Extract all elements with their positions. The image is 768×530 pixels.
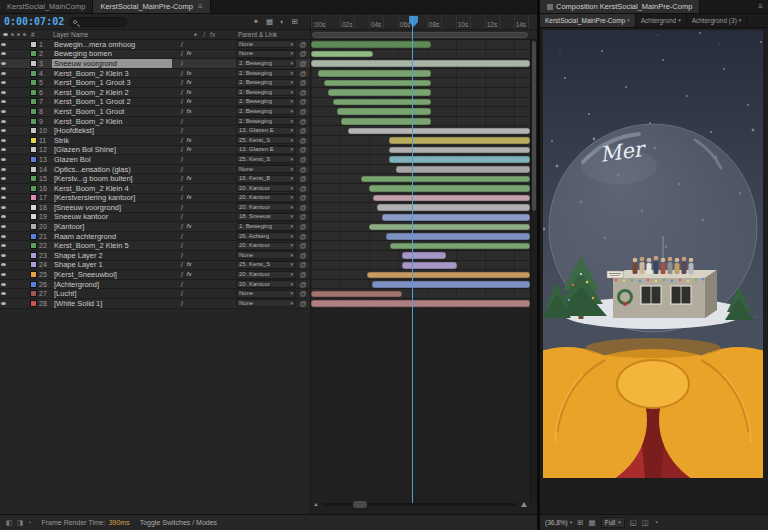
toggle-transfer-controls-icon[interactable]: ◨ — [17, 519, 24, 527]
layer-row[interactable]: 25[Kerst_Sneeuwbol]/fx20. Kantoor▾@ — [0, 270, 537, 280]
layer-name[interactable]: Beweging bomen — [52, 49, 172, 58]
parent-dropdown[interactable]: None▾ — [236, 299, 296, 307]
layer-duration-bar[interactable] — [373, 195, 530, 202]
fx-badge[interactable]: fx — [187, 193, 192, 202]
fx-badge[interactable]: fx — [187, 78, 192, 87]
layer-row[interactable]: 26[Achtergrond]/20. Kantoor▾@ — [0, 280, 537, 290]
quality-switch[interactable]: / — [181, 280, 183, 289]
quality-switch[interactable]: / — [181, 222, 183, 231]
layer-row[interactable]: 19Sneeuw kantoor/18. Sneeuw▾@ — [0, 213, 537, 223]
layer-color-chip[interactable] — [30, 252, 37, 259]
parent-dropdown[interactable]: 20. Kantoor▾ — [236, 194, 296, 202]
pickwhip-icon[interactable]: @ — [296, 88, 310, 97]
layer-name[interactable]: Bewegin...mera omhoog — [52, 40, 172, 49]
layer-row[interactable]: 7Kerst_Boom_1 Groot 2/fx2. Beweging▾@ — [0, 98, 537, 108]
layer-row[interactable]: 9Kerst_Boom_2 Klein/2. Beweging▾@ — [0, 117, 537, 127]
pickwhip-icon[interactable]: @ — [296, 107, 310, 116]
layer-name[interactable]: Shape Layer 2 — [52, 251, 172, 260]
layer-row[interactable]: 12[Glazen Bol Shine]/fx13. Glazen E▾@ — [0, 146, 537, 156]
quality-switch[interactable]: / — [181, 49, 183, 58]
fx-badge[interactable]: fx — [187, 97, 192, 106]
quality-switch[interactable]: / — [181, 289, 183, 298]
fx-badge[interactable]: fx — [187, 107, 192, 116]
layer-duration-bar[interactable] — [390, 243, 530, 250]
layer-duration-bar[interactable] — [341, 118, 430, 125]
visibility-toggle[interactable] — [0, 206, 7, 209]
visibility-toggle[interactable] — [0, 148, 7, 151]
pickwhip-icon[interactable]: @ — [296, 270, 310, 279]
layer-row[interactable]: 5Kerst_Boom_1 Groot 3/fx2. Beweging▾@ — [0, 78, 537, 88]
timeline-track[interactable] — [310, 251, 530, 260]
parent-dropdown[interactable]: None▾ — [236, 165, 296, 173]
visibility-toggle[interactable] — [0, 62, 7, 65]
timeline-track[interactable] — [310, 40, 530, 49]
layer-color-chip[interactable] — [30, 60, 37, 67]
timeline-track[interactable] — [310, 165, 530, 174]
parent-dropdown[interactable]: None▾ — [236, 50, 296, 58]
parent-dropdown[interactable]: 16. Kerst_B▾ — [236, 175, 296, 183]
visibility-toggle[interactable] — [0, 100, 7, 103]
layer-row[interactable]: 13Glazen Bol/25. Kerst_S▾@ — [0, 155, 537, 165]
parent-dropdown[interactable]: 2. Beweging▾ — [236, 79, 296, 87]
fx-badge[interactable]: fx — [187, 260, 192, 269]
layer-row[interactable]: 17[Kerstversiering kantoor]/fx20. Kantoo… — [0, 194, 537, 204]
layer-color-chip[interactable] — [30, 146, 37, 153]
quality-switch[interactable]: / — [181, 260, 183, 269]
layer-color-chip[interactable] — [30, 41, 37, 48]
layer-color-chip[interactable] — [30, 175, 37, 182]
pickwhip-icon[interactable]: @ — [296, 299, 310, 308]
visibility-toggle[interactable] — [0, 158, 7, 161]
pickwhip-icon[interactable]: @ — [296, 155, 310, 164]
comp-tab[interactable]: KerstSocial_MainPre-Comp▾ — [540, 14, 636, 27]
layer-name[interactable]: [Hoofdtekst] — [52, 126, 172, 135]
layer-row[interactable]: 6Kerst_Boom_2 Klein 2/fx2. Beweging▾@ — [0, 88, 537, 98]
layer-color-chip[interactable] — [30, 185, 37, 192]
timeline-track[interactable] — [310, 280, 530, 289]
timeline-track[interactable] — [310, 136, 530, 145]
layer-name[interactable]: Kerst_Boom_1 Groot — [52, 107, 172, 116]
layer-search-input[interactable] — [69, 17, 127, 27]
layer-duration-bar[interactable] — [324, 80, 431, 87]
layer-duration-bar[interactable] — [361, 176, 530, 183]
magnification-dropdown[interactable]: (36,8%)▾ — [545, 519, 572, 526]
quality-switch[interactable]: / — [181, 155, 183, 164]
layer-row[interactable]: 22Kerst_Boom_2 Klein 5/20. Kantoor▾@ — [0, 241, 537, 251]
fx-badge[interactable]: fx — [187, 69, 192, 78]
layer-color-chip[interactable] — [30, 89, 37, 96]
layer-row[interactable]: 2Beweging bomen/fxNone▾@ — [0, 50, 537, 60]
timeline-track[interactable] — [310, 184, 530, 193]
pickwhip-icon[interactable]: @ — [296, 241, 310, 250]
visibility-toggle[interactable] — [0, 110, 7, 113]
layer-name[interactable]: Strik — [52, 136, 172, 145]
parent-dropdown[interactable]: 13. Glazen E▾ — [236, 146, 296, 154]
comp-tab[interactable]: Achtergrond▾ — [636, 14, 687, 27]
draft-3d-icon[interactable]: ▦ — [266, 17, 273, 26]
viewer-panel-menu-icon[interactable]: ≡ — [758, 2, 763, 11]
timeline-track[interactable] — [310, 59, 530, 68]
quality-switch[interactable]: / — [181, 145, 183, 154]
quality-switch[interactable]: / — [181, 165, 183, 174]
pickwhip-icon[interactable]: @ — [296, 184, 310, 193]
layer-duration-bar[interactable] — [402, 262, 457, 269]
parent-dropdown[interactable]: 20. Kantoor▾ — [236, 280, 296, 288]
parent-dropdown[interactable]: 25. Kerst_S▾ — [236, 136, 296, 144]
quality-switch[interactable]: / — [181, 97, 183, 106]
layer-color-chip[interactable] — [30, 233, 37, 240]
parent-dropdown[interactable]: 2. Beweging▾ — [236, 69, 296, 77]
visibility-toggle[interactable] — [0, 72, 7, 75]
visibility-toggle[interactable] — [0, 254, 7, 257]
layer-name[interactable]: Sneeuw kantoor — [52, 212, 172, 221]
pickwhip-icon[interactable]: @ — [296, 260, 310, 269]
fx-badge[interactable]: fx — [187, 270, 192, 279]
parent-dropdown[interactable]: 20. Kantoor▾ — [236, 242, 296, 250]
pickwhip-icon[interactable]: @ — [296, 40, 310, 49]
fx-badge[interactable]: fx — [187, 49, 192, 58]
timeline-track[interactable] — [310, 107, 530, 116]
toggle-layer-controls-icon[interactable]: ◧ — [6, 519, 13, 527]
timeline-track[interactable] — [310, 78, 530, 87]
layer-name[interactable]: Kerst_Boom_2 Klein — [52, 117, 172, 126]
layer-duration-bar[interactable] — [311, 291, 402, 298]
layer-color-chip[interactable] — [30, 213, 37, 220]
layer-duration-bar[interactable] — [348, 128, 530, 135]
layer-name[interactable]: [Lucht] — [52, 289, 172, 298]
